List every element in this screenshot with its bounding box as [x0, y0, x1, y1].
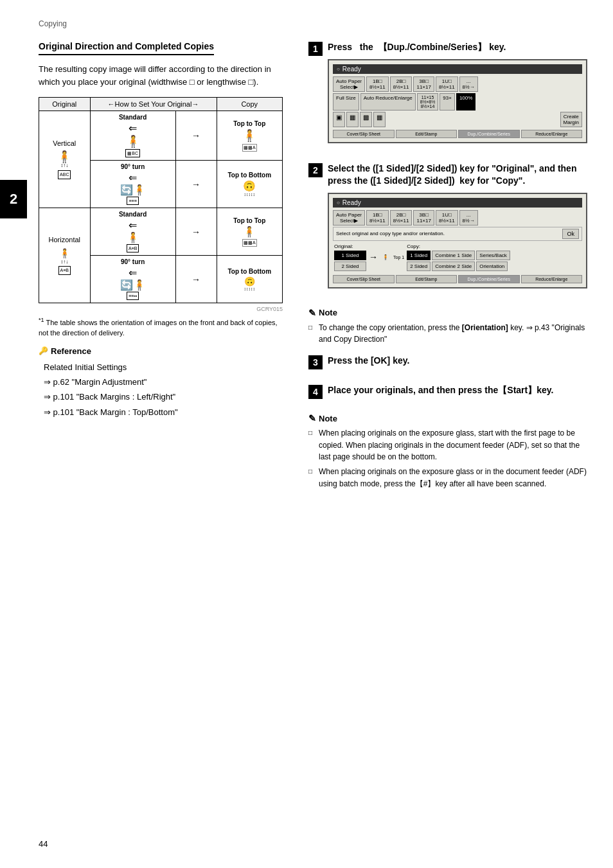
lcd-more[interactable]: ...8½→	[459, 76, 478, 92]
direction-table: Original ←How to Set Your Original→ Copy…	[39, 97, 283, 303]
step-4-number: 4	[308, 385, 323, 399]
note-2: Note When placing originals on the expos…	[308, 413, 587, 490]
copy-topbottom-2: Top to Bottom 🙃 ↕↕↕↕↕	[217, 256, 283, 303]
step-1: 1 Press the 【Dup./Combine/Series】 key. R…	[308, 41, 587, 151]
intro-text: The resulting copy image will differ acc…	[39, 63, 289, 88]
step-1-number: 1	[308, 42, 323, 56]
note-1: Note To change the copy orientation, pre…	[308, 308, 587, 346]
lcd-create-margin[interactable]: CreateMargin	[560, 112, 582, 127]
lcd-combine2[interactable]: Combine 2 Side	[432, 261, 475, 271]
standard-label-1: Standard ⇐ 🧍 ▦BC	[90, 111, 175, 161]
footnote: *1 The table shows the orientation of im…	[39, 316, 283, 339]
lcd-1b[interactable]: 1B□8½×11	[366, 76, 389, 92]
step-2-number: 2	[308, 163, 323, 177]
reference-item-2: ⇒ p.101 "Back Margins : Left/Right"	[44, 389, 289, 404]
lcd-100[interactable]: 100%	[456, 93, 475, 111]
step-3-number: 3	[308, 355, 323, 369]
reference-title: Reference	[39, 346, 289, 356]
reference-related: Related Initial Settings	[44, 360, 289, 375]
right-column: 1 Press the 【Dup./Combine/Series】 key. R…	[308, 41, 587, 499]
copy-topbottom-1: Top to Bottom 🙃 ↕↕↕↕↕	[217, 161, 283, 208]
lcd-title-2: Ready	[333, 198, 582, 208]
lcd-1b-2[interactable]: 1B□8½×11	[366, 210, 389, 226]
note-1-title: Note	[308, 308, 587, 318]
lcd-1u-2[interactable]: 1U□8½×11	[436, 210, 458, 226]
section-title: Original Direction and Completed Copies	[39, 41, 214, 55]
lcd-ok-btn[interactable]: Ok	[562, 229, 579, 239]
page-category: Copying	[39, 19, 587, 28]
lcd-autore[interactable]: Auto Reduce/Enlarge	[360, 93, 416, 111]
chapter-tab: 2	[0, 180, 27, 218]
lcd-paper-row-2: Auto PaperSelect▶ 1B□8½×11 2B□8½×11 3B□1…	[333, 210, 582, 226]
lcd-edit-btn-1[interactable]: Edit/Stamp	[396, 130, 458, 138]
lcd-1u[interactable]: 1U□8½×11	[436, 76, 458, 92]
lcd-arrow-icon: →	[369, 252, 378, 262]
lcd-auto-paper-2[interactable]: Auto PaperSelect▶	[333, 210, 365, 226]
lcd-more-2[interactable]: ...8½→	[459, 210, 478, 226]
arrow-1: →	[175, 111, 217, 161]
step-2: 2 Select the ([1 Sided]/[2 Sided]) key f…	[308, 163, 587, 296]
lcd-cover-btn-1[interactable]: Cover/Slip Sheet	[333, 130, 395, 138]
standard-label-2: Standard ⇐ 🧍 A≡B	[90, 208, 175, 256]
reference-block: Reference Related Initial Settings ⇒ p.6…	[39, 346, 289, 420]
lcd-top1-label: Top 1	[393, 255, 404, 260]
lcd-icon-row-1: ▣ ▦ ▩ ▦ CreateMargin	[333, 112, 582, 127]
lcd-series[interactable]: Series/Back	[476, 251, 510, 260]
lcd-reduce-btn-2[interactable]: Reduce/Enlarge	[521, 275, 583, 283]
page: 2 Copying Original Direction and Complet…	[0, 0, 613, 868]
col-original: Original	[39, 98, 91, 111]
chapter-number: 2	[10, 191, 17, 208]
step-3-text: Press the [OK] key.	[328, 355, 587, 368]
lcd-auto-paper[interactable]: Auto PaperSelect▶	[333, 76, 365, 92]
lcd-reduce-btn-1[interactable]: Reduce/Enlarge	[521, 130, 583, 138]
lcd-cover-btn-2[interactable]: Cover/Slip Sheet	[333, 275, 395, 283]
arrow-2: →	[175, 161, 217, 208]
lcd-1sided-orig[interactable]: 1 Sided	[334, 251, 366, 260]
lcd-1sided-copy[interactable]: 1 Sided	[407, 251, 431, 260]
step-1-text: Press the 【Dup./Combine/Series】 key.	[328, 41, 587, 54]
lcd-copy-label: Copy: 1 Sided Combine 1 Side Series/Back…	[407, 244, 581, 271]
lcd-original-copy-row: Original: 1 Sided 2 Sided → 🧍 Top 1 Copy…	[333, 242, 582, 272]
lcd-3b[interactable]: 3B□11×17	[413, 76, 434, 92]
note-1-item-1: To change the copy orientation, press th…	[308, 322, 587, 346]
left-column: Original Direction and Completed Copies …	[39, 41, 289, 499]
lcd-2b[interactable]: 2B□8½×11	[390, 76, 413, 92]
lcd-sizes: 11×158½×8½8½×14	[417, 93, 439, 111]
arrow-3: →	[175, 208, 217, 256]
lcd-2sided-orig[interactable]: 2 Sided	[334, 261, 366, 271]
note-2-title: Note	[308, 413, 587, 423]
step-3: 3 Press the [OK] key.	[308, 355, 587, 373]
col-copy: Copy	[217, 98, 283, 111]
reference-item-3: ⇒ p.101 "Back Margin : Top/Bottom"	[44, 405, 289, 420]
lcd-orientation[interactable]: Orientation	[476, 261, 508, 271]
lcd-dup-btn-1[interactable]: Dup./Combine/Series	[458, 130, 520, 138]
lcd-icon2[interactable]: ▦	[346, 112, 359, 127]
reference-item-1: ⇒ p.62 "Margin Adjustment"	[44, 375, 289, 389]
gcry-label: GCRY015	[39, 306, 283, 312]
step-4: 4 Place your originals, and then press t…	[308, 384, 587, 402]
lcd-icon3[interactable]: ▩	[360, 112, 372, 127]
lcd-dup-btn-2[interactable]: Dup./Combine/Series	[458, 275, 520, 283]
lcd-fullsize[interactable]: Full Size	[333, 93, 359, 111]
lcd-screen-1: Ready Auto PaperSelect▶ 1B□8½×11 2B□8½×1…	[328, 59, 587, 143]
lcd-icon1[interactable]: ▣	[333, 112, 345, 127]
lcd-3b-2[interactable]: 3B□11×17	[413, 210, 434, 226]
lcd-2b-2[interactable]: 2B□8½×11	[390, 210, 413, 226]
lcd-edit-btn-2[interactable]: Edit/Stamp	[396, 275, 458, 283]
lcd-2sided-copy[interactable]: 2 Sided	[407, 261, 431, 271]
lcd-bottom-1: Cover/Slip Sheet Edit/Stamp Dup./Combine…	[333, 130, 582, 138]
step-2-text: Select the ([1 Sided]/[2 Sided]) key for…	[328, 163, 587, 188]
lcd-icon4[interactable]: ▦	[373, 112, 386, 127]
lcd-paper-row-1: Auto PaperSelect▶ 1B□8½×11 2B□8½×11 3B□1…	[333, 76, 582, 92]
lcd-combine1[interactable]: Combine 1 Side	[432, 251, 475, 260]
step-4-text: Place your originals, and then press the…	[328, 384, 587, 397]
copy-toptop-2: Top to Top 🧍 ▩▩A	[217, 208, 283, 256]
step-2-content: Select the ([1 Sided]/[2 Sided]) key for…	[328, 163, 587, 296]
step-4-content: Place your originals, and then press the…	[328, 384, 587, 402]
turn90-label-1: 90° turn ⇐ 🔄🧍 ≡≡≡	[90, 161, 175, 208]
step-3-content: Press the [OK] key.	[328, 355, 587, 373]
turn90-label-2: 90° turn ⇐ 🔄🧍 ≡≡▪▪	[90, 256, 175, 303]
note-2-item-2: When placing originals on the exposure g…	[308, 466, 587, 490]
page-number: 44	[39, 839, 48, 849]
lcd-person-icon: 🧍	[380, 254, 391, 260]
